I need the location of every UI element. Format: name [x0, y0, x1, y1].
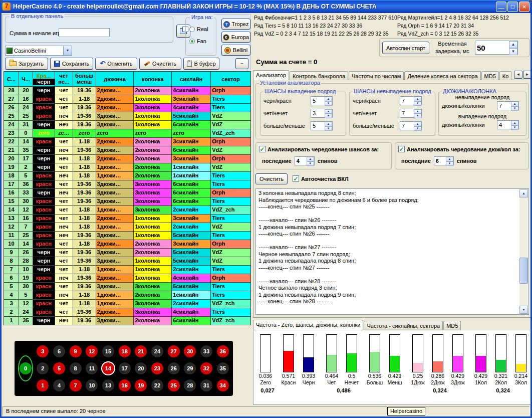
clear-button[interactable]: Очистить: [139, 58, 181, 70]
spin-up-icon[interactable]: ▲: [325, 122, 332, 126]
to-buffer-button[interactable]: В буфер: [183, 58, 219, 70]
board-cell[interactable]: 23: [149, 360, 166, 377]
spin-down-icon[interactable]: ▼: [414, 114, 421, 118]
board-cell[interactable]: 29: [182, 360, 198, 377]
board-cell[interactable]: 16: [116, 377, 133, 394]
board-number[interactable]: 27: [168, 345, 180, 357]
delay-value[interactable]: 50: [475, 41, 509, 54]
save-button[interactable]: Сохранить: [50, 58, 93, 70]
title-bar[interactable]: 7 HelperCasino 4.0 - create helperroulle…: [0, 0, 532, 13]
board-cell[interactable]: 24: [149, 343, 166, 360]
board-number[interactable]: 13: [102, 379, 114, 391]
spin-up-icon[interactable]: ▲: [414, 122, 421, 126]
board-cell[interactable]: 2: [35, 360, 51, 377]
maximize-button[interactable]: □: [507, 2, 518, 12]
spin-up-icon[interactable]: ▲: [446, 157, 453, 161]
board-number[interactable]: 18: [119, 345, 131, 357]
spin-down-icon[interactable]: ▼: [325, 114, 332, 118]
frequency-tab[interactable]: Частота - сиклайны, сектора: [364, 321, 443, 330]
spin-up-icon[interactable]: ▲: [414, 97, 421, 101]
main-tab[interactable]: MD5: [481, 71, 499, 80]
board-number[interactable]: 8: [70, 362, 82, 374]
board-cell[interactable]: 26: [165, 360, 182, 377]
collapse-button[interactable]: −: [235, 58, 248, 69]
scroll-down-icon[interactable]: ▼: [519, 306, 528, 314]
board-cell[interactable]: 31: [198, 377, 215, 394]
spin-down-icon[interactable]: ▼: [414, 101, 421, 106]
board-cell[interactable]: 14: [100, 360, 117, 377]
board-number[interactable]: 9: [70, 345, 82, 357]
board-cell[interactable]: 4: [51, 377, 68, 394]
board-number[interactable]: 30: [184, 345, 196, 357]
board-number[interactable]: 2: [37, 362, 49, 374]
board-cell[interactable]: 3: [35, 343, 51, 360]
analysis-log[interactable]: 3 колонка невыпадала подряд 8 спин; Набл…: [255, 188, 529, 315]
board-number[interactable]: 19: [135, 379, 147, 391]
board-number[interactable]: 15: [102, 345, 114, 357]
clear-log-button[interactable]: Очистить: [255, 173, 288, 184]
board-number[interactable]: 26: [168, 362, 180, 374]
board-cell[interactable]: 30: [182, 343, 198, 360]
board-number[interactable]: 14: [102, 362, 114, 374]
board-number[interactable]: 24: [151, 345, 163, 357]
board-cell[interactable]: 25: [165, 377, 182, 394]
board-number[interactable]: 32: [200, 362, 212, 374]
board-number[interactable]: 12: [86, 345, 98, 357]
board-number[interactable]: 36: [217, 345, 229, 357]
board-cell[interactable]: 21: [133, 343, 149, 360]
autospin-start-button[interactable]: Автоспин старт: [382, 42, 429, 54]
board-number[interactable]: 33: [200, 345, 212, 357]
board-cell[interactable]: 28: [182, 377, 198, 394]
spin-down-icon[interactable]: ▼: [325, 126, 332, 131]
spin-up-icon[interactable]: ▲: [511, 121, 518, 125]
spin-down-icon[interactable]: ▼: [511, 106, 518, 111]
board-cell[interactable]: 8: [67, 360, 84, 377]
main-tab[interactable]: Ко: [499, 71, 512, 80]
frequency-tab[interactable]: MD5: [443, 321, 461, 330]
spin-up-icon[interactable]: ▲: [325, 109, 332, 114]
spin-down-icon[interactable]: ▼: [414, 126, 421, 131]
board-number[interactable]: 11: [86, 362, 98, 374]
board-cell[interactable]: 34: [214, 377, 231, 394]
board-number[interactable]: 16: [119, 379, 131, 391]
scroll-up-icon[interactable]: ▲: [519, 189, 528, 197]
board-number[interactable]: 1: [37, 379, 49, 391]
board-cell[interactable]: 20: [133, 360, 149, 377]
board-cell[interactable]: 6: [51, 343, 68, 360]
board-number[interactable]: 7: [70, 379, 82, 391]
autoclean-checkbox[interactable]: ✓: [293, 175, 299, 182]
scrollbar-thumb[interactable]: [519, 258, 528, 284]
board-number[interactable]: 21: [135, 345, 147, 357]
board-number[interactable]: 6: [53, 345, 65, 357]
spin-down-icon[interactable]: ▼: [511, 125, 518, 130]
spin-down-icon[interactable]: ▼: [446, 161, 453, 166]
board-number[interactable]: 25: [168, 379, 180, 391]
board-cell[interactable]: 1: [35, 377, 51, 394]
main-tab[interactable]: Контроль банкролла: [290, 71, 348, 80]
board-number[interactable]: 23: [151, 362, 163, 374]
radio-fan-icon[interactable]: [189, 39, 195, 44]
frequency-tab[interactable]: Частота - Zero, шансы, дюжины, колонки: [253, 320, 363, 330]
casino-select[interactable]: CasinoBellini ▼: [5, 46, 72, 56]
spin-down-icon[interactable]: ▼: [509, 48, 517, 55]
board-cell[interactable]: 32: [198, 360, 215, 377]
close-button[interactable]: ×: [519, 2, 529, 12]
spin-up-icon[interactable]: ▲: [511, 102, 518, 106]
minimize-button[interactable]: —: [496, 2, 506, 12]
board-cell[interactable]: 18: [116, 343, 133, 360]
board-cell[interactable]: 10: [84, 377, 100, 394]
main-tab[interactable]: Частоты по числам: [349, 71, 404, 80]
spin-up-icon[interactable]: ▲: [325, 97, 332, 101]
board-number[interactable]: 17: [119, 362, 131, 374]
board-cell[interactable]: 15: [100, 343, 117, 360]
board-cell[interactable]: 36: [214, 343, 231, 360]
board-number[interactable]: 29: [184, 362, 196, 374]
tab-scroll-right-icon[interactable]: ►: [523, 71, 530, 79]
board-cell[interactable]: 5: [51, 360, 68, 377]
spin-up-icon[interactable]: ▲: [509, 41, 517, 48]
tab-scroll-left-icon[interactable]: ◄: [514, 71, 522, 79]
board-number[interactable]: 22: [151, 379, 163, 391]
board-zero-cell[interactable]: 0: [17, 343, 35, 394]
board-number[interactable]: 34: [217, 379, 229, 391]
board-number[interactable]: 10: [86, 379, 98, 391]
